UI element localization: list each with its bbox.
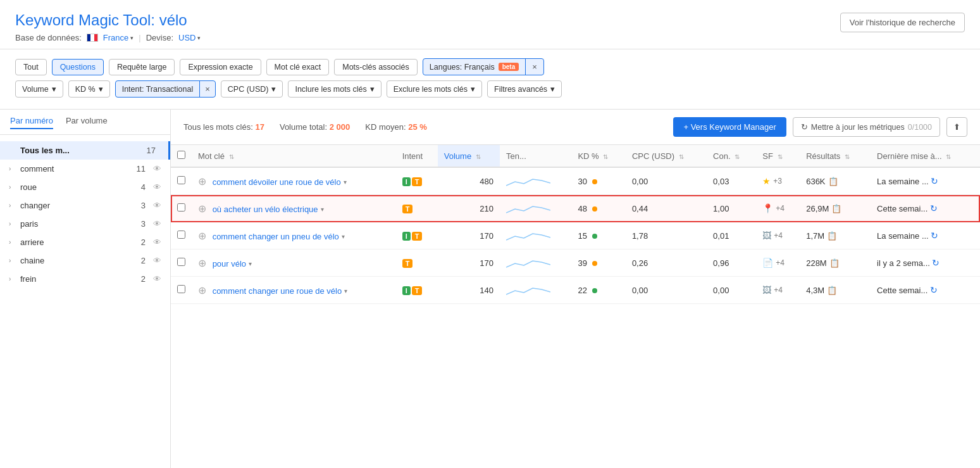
intent-cell: I T xyxy=(396,277,438,304)
row-checkbox-cell xyxy=(171,195,192,222)
kd-dropdown[interactable]: KD % ▾ xyxy=(68,80,110,98)
add-to-keyword-manager-button[interactable]: + Vers Keyword Manager xyxy=(673,117,786,137)
add-keyword-icon[interactable]: ⊕ xyxy=(198,231,206,241)
requete-large-button[interactable]: Requête large xyxy=(109,59,175,75)
data-area: Tous les mots clés: 17 Volume total: 2 0… xyxy=(171,110,980,468)
keyword-link[interactable]: comment changer une roue de vélo ▾ xyxy=(213,286,348,296)
refresh-icon[interactable]: ↻ xyxy=(932,258,940,268)
row-checkbox[interactable] xyxy=(177,258,185,266)
export-icon: ⬆ xyxy=(953,122,960,132)
keyword-link[interactable]: pour vélo ▾ xyxy=(213,259,252,269)
close-langues-button[interactable]: × xyxy=(525,59,543,75)
col-mot-cle[interactable]: Mot clé ⇅ xyxy=(192,145,396,167)
tab-par-numero[interactable]: Par numéro xyxy=(10,116,53,129)
main-content: Par numéro Par volume Tous les m... 17 ›… xyxy=(0,110,980,468)
tout-button[interactable]: Tout xyxy=(15,59,47,75)
col-kd[interactable]: KD % ⇅ xyxy=(571,145,625,167)
history-button[interactable]: Voir l'historique de recherche xyxy=(840,13,965,32)
table-wrapper: Mot clé ⇅ Intent Volume ⇅ Ten. xyxy=(171,145,980,304)
date-cell: La semaine ... ↻ xyxy=(871,167,980,195)
devise-dropdown[interactable]: USD ▾ xyxy=(178,33,201,42)
mot-cle-exact-button[interactable]: Mot clé exact xyxy=(266,59,330,75)
keyword-link[interactable]: comment dévoiler une roue de vélo ▾ xyxy=(213,177,347,187)
chevron-down-icon: ▾ xyxy=(344,179,347,186)
doc-icon: 📋 xyxy=(831,204,841,213)
stats-left: Tous les mots clés: 17 Volume total: 2 0… xyxy=(183,122,427,132)
col-intent[interactable]: Intent xyxy=(396,145,438,167)
refresh-icon[interactable]: ↻ xyxy=(931,176,938,186)
keyword-cell: ⊕ comment changer un pneu de vélo ▾ xyxy=(192,222,396,250)
volume-cell: 170 xyxy=(438,222,500,250)
doc-icon: 📄 xyxy=(762,258,773,268)
row-checkbox[interactable] xyxy=(177,176,185,184)
exclure-dropdown[interactable]: Exclure les mots clés ▾ xyxy=(387,80,482,98)
kd-cell: 48 xyxy=(571,195,625,222)
refresh-icon[interactable]: ↻ xyxy=(930,203,938,213)
expression-exacte-button[interactable]: Expression exacte xyxy=(180,59,261,75)
col-results[interactable]: Résultats ⇅ xyxy=(800,145,871,167)
sidebar-item-roue[interactable]: › roue 4 👁 xyxy=(0,178,170,196)
close-intent-button[interactable]: × xyxy=(199,81,215,97)
keyword-link[interactable]: où acheter un vélo électrique ▾ xyxy=(213,205,324,214)
intent-filter: Intent: Transactional × xyxy=(115,80,216,98)
mots-cles-associes-button[interactable]: Mots-clés associés xyxy=(334,59,418,75)
intent-cell: T xyxy=(396,195,438,222)
expand-icon: › xyxy=(9,184,16,191)
filtres-avances-dropdown[interactable]: Filtres avancés ▾ xyxy=(487,80,562,98)
sf-plus: +4 xyxy=(776,258,785,267)
add-keyword-icon[interactable]: ⊕ xyxy=(198,176,206,187)
chevron-down-icon: ▾ xyxy=(99,84,103,94)
add-keyword-icon[interactable]: ⊕ xyxy=(198,258,206,269)
cpc-dropdown[interactable]: CPC (USD) ▾ xyxy=(221,80,283,98)
sidebar-item-all[interactable]: Tous les m... 17 xyxy=(0,141,170,160)
sidebar-item-chaine[interactable]: › chaine 2 👁 xyxy=(0,251,170,270)
con-cell: 1,00 xyxy=(707,195,756,222)
add-keyword-icon[interactable]: ⊕ xyxy=(198,285,206,296)
sidebar-item-arriere[interactable]: › arriere 2 👁 xyxy=(0,233,170,251)
update-metrics-button[interactable]: ↻ Mettre à jour les métriques 0/1000 xyxy=(793,117,940,137)
sf-plus: +4 xyxy=(776,204,785,213)
kd-dot-icon xyxy=(592,179,597,184)
sidebar-item-comment[interactable]: › comment 11 👁 xyxy=(0,160,170,178)
sidebar-item-frein[interactable]: › frein 2 👁 xyxy=(0,270,170,288)
expand-icon: › xyxy=(9,257,16,264)
database-dropdown[interactable]: France ▾ xyxy=(103,33,133,42)
col-volume[interactable]: Volume ⇅ xyxy=(438,145,500,167)
sidebar-item-paris[interactable]: › paris 3 👁 xyxy=(0,215,170,233)
col-trend[interactable]: Ten... xyxy=(500,145,571,167)
inclure-dropdown[interactable]: Inclure les mots clés ▾ xyxy=(288,80,381,98)
beta-badge: beta xyxy=(499,63,519,71)
tab-par-volume[interactable]: Par volume xyxy=(66,116,108,129)
export-button[interactable]: ⬆ xyxy=(946,117,967,137)
cpc-cell: 0,26 xyxy=(626,250,707,277)
sf-cell: 🖼 +4 xyxy=(756,222,800,250)
refresh-icon[interactable]: ↻ xyxy=(931,231,938,241)
row-checkbox[interactable] xyxy=(177,231,185,239)
row-checkbox[interactable] xyxy=(177,285,185,293)
kd-dot-icon xyxy=(592,206,597,212)
questions-button[interactable]: Questions xyxy=(52,59,104,75)
trend-cell xyxy=(500,167,571,195)
keyword-cell: ⊕ pour vélo ▾ xyxy=(192,250,396,277)
refresh-icon[interactable]: ↻ xyxy=(930,285,938,295)
row-checkbox[interactable] xyxy=(177,203,185,212)
cpc-cell: 1,78 xyxy=(626,222,707,250)
add-keyword-icon[interactable]: ⊕ xyxy=(198,203,206,214)
col-con[interactable]: Con. ⇅ xyxy=(707,145,756,167)
expand-icon: › xyxy=(9,202,16,209)
trend-chart xyxy=(506,256,550,270)
star-icon: ★ xyxy=(762,176,771,186)
col-date[interactable]: Dernière mise à... ⇅ xyxy=(871,145,980,167)
select-all-checkbox[interactable] xyxy=(177,151,185,159)
col-sf[interactable]: SF ⇅ xyxy=(756,145,800,167)
results-cell: 636K 📋 xyxy=(800,167,871,195)
eye-icon: 👁 xyxy=(153,237,161,247)
kd-cell: 15 xyxy=(571,222,625,250)
keyword-link[interactable]: comment changer un pneu de vélo ▾ xyxy=(213,232,345,241)
sidebar-item-changer[interactable]: › changer 3 👁 xyxy=(0,196,170,215)
col-cpc[interactable]: CPC (USD) ⇅ xyxy=(626,145,707,167)
doc-icon: 📋 xyxy=(827,231,837,241)
volume-dropdown[interactable]: Volume ▾ xyxy=(15,80,63,98)
sort-icon: ⇅ xyxy=(229,153,234,160)
refresh-icon: ↻ xyxy=(801,122,808,132)
